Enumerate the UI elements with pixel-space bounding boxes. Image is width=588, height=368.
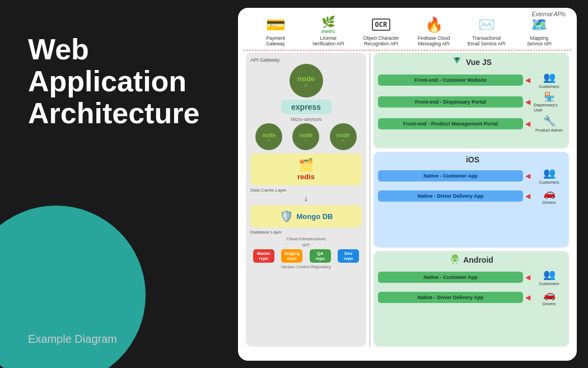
android-item-2: Native - Driver Delivery App ◀ 🚗 Drivers (378, 288, 564, 306)
vue-section-header: Vue JS (378, 56, 564, 68)
ios-item-1-box: Native - Customer App (378, 170, 523, 181)
dispensary-icon: 🏪 (544, 91, 555, 102)
git-label: GIT (250, 243, 362, 248)
data-cache-label: Data Cache Layer (250, 188, 362, 193)
diagram-panel: External APIs 💳 PaymentGateway 🌿 metrc L… (238, 8, 577, 361)
api-icons-row: 💳 PaymentGateway 🌿 metrc LicenseVerifica… (244, 13, 571, 50)
staging-repo: Stagingrepo (281, 249, 302, 263)
micro-node-1-sub: js (268, 138, 270, 142)
vue-arrow-3: ◀ (525, 120, 530, 128)
email-icon-item: ✉️ TransactionalEmail Service API (464, 16, 509, 46)
android-item-1-box: Native - Customer App (378, 272, 523, 283)
mongodb-icon: 🛡️ (279, 209, 293, 223)
ios-user-2: 🚗 Drivers (534, 187, 564, 205)
payment-icon-box: 💳 (264, 16, 287, 34)
micro-node-3-sub: js (342, 138, 344, 142)
ios-arrow-1: ◀ (525, 172, 530, 180)
micro-nodes-row: node js node js node js (250, 123, 362, 150)
example-diagram-label: Example Diagram (28, 187, 218, 346)
cloud-infra-label: Cloud Infrastructure (250, 236, 362, 241)
android-arrow-1: ◀ (525, 273, 530, 281)
top-divider-line (244, 50, 571, 50)
vue-user-3: 🔧 Product Admin (534, 115, 564, 133)
mongodb-label: Mongo DB (297, 212, 333, 221)
redis-label: redis (297, 173, 315, 181)
cache-box: 🗂️ redis (250, 153, 362, 185)
api-gateway-box: API Gateway node js express Micro-servic… (246, 53, 366, 347)
vue-item-3-box: Front-end - Product Management Portal (378, 118, 523, 129)
vue-item-1: Front-end - Customer Website ◀ 👥 Custome… (378, 71, 564, 89)
firebase-icon-box: 🔥 (423, 16, 445, 34)
database-layer-label: Database Layer (250, 230, 362, 235)
git-section: GIT Masterrepo Stagingrepo QArepo Devrep… (250, 243, 362, 269)
backend-column: API Gateway node js express Micro-servic… (246, 53, 366, 347)
api-gateway-label: API Gateway (250, 57, 362, 63)
ocr-icon-item: OCR Object CharacterRecognition API (358, 16, 403, 46)
android-logo-icon (449, 254, 460, 265)
firebase-label: Firebase CloudMessaging API (418, 35, 450, 46)
vue-section-title: Vue JS (466, 58, 492, 67)
vue-user-1: 👥 Customers (534, 71, 564, 89)
express-box: express (281, 100, 332, 114)
payment-icon: 💳 (266, 16, 286, 34)
version-control-label: Version Control Repository (250, 264, 362, 269)
map-icon-box: 🗺️ (528, 16, 550, 34)
ios-arrow-2: ◀ (525, 192, 530, 200)
ios-drivers-icon: 🚗 (543, 187, 556, 199)
map-label: MappingService API (527, 35, 552, 46)
metrc-label: LicenseVerification API (312, 35, 344, 46)
micro-node-1-text: node (262, 132, 276, 138)
qa-repo: QArepo (310, 249, 331, 263)
vue-logo-icon (451, 56, 463, 68)
node-circle-main: node js (290, 64, 323, 97)
micro-node-2-text: node (300, 132, 313, 138)
node-text-main: node (297, 74, 315, 83)
android-item-2-box: Native - Driver Delivery App (378, 292, 523, 303)
ios-section-header: iOS (378, 155, 564, 164)
android-item-1: Native - Customer App ◀ 👥 Customers (378, 268, 564, 286)
ios-item-2: Native - Driver Delivery App ◀ 🚗 Drivers (378, 187, 564, 205)
left-panel: Web Application Architecture Example Dia… (0, 0, 241, 368)
vue-item-2: Front-end - Dispensary Portal ◀ 🏪 Dispen… (378, 91, 564, 113)
android-section-title: Android (463, 255, 493, 264)
email-label: TransactionalEmail Service API (468, 35, 506, 46)
email-icon-box: ✉️ (475, 16, 498, 34)
customers-icon-1: 👥 (543, 71, 556, 83)
ios-item-1: Native - Customer App ◀ 👥 Customers (378, 167, 564, 185)
android-user-1: 👥 Customers (534, 268, 564, 286)
micro-node-3: node js (330, 123, 357, 150)
vue-arrow-2: ◀ (525, 98, 530, 106)
ios-item-2-box: Native - Driver Delivery App (378, 190, 523, 202)
payment-gateway-icon-item: 💳 PaymentGateway (253, 16, 298, 46)
dev-repo: Devrepo (338, 249, 359, 263)
vue-section: Vue JS Front-end - Customer Website ◀ 👥 … (374, 53, 569, 148)
micro-node-1: node js (255, 123, 282, 150)
vue-user-2: 🏪 Dispensary's User (534, 91, 564, 113)
map-icon-item: 🗺️ MappingService API (517, 16, 562, 46)
firebase-icon-item: 🔥 Firebase CloudMessaging API (412, 16, 456, 46)
ocr-icon-box: OCR (370, 16, 392, 34)
android-customers-icon: 👥 (543, 268, 556, 281)
node-sub-main: js (305, 83, 307, 87)
ocr-label: Object CharacterRecognition API (363, 35, 399, 46)
ocr-icon: OCR (372, 18, 391, 31)
external-apis-label: External APIs (532, 11, 566, 17)
vue-item-3: Front-end - Product Management Portal ◀ … (378, 115, 564, 133)
vertical-divider (370, 53, 370, 347)
micro-node-3-text: node (337, 132, 350, 138)
vue-item-2-box: Front-end - Dispensary Portal (378, 96, 523, 108)
micro-node-2: node js (292, 123, 319, 150)
microservices-label: Micro-services (250, 117, 362, 122)
android-user-2: 🚗 Drivers (534, 288, 564, 306)
metrc-icon: 🌿 metrc (321, 15, 335, 34)
android-arrow-2: ◀ (525, 294, 530, 301)
map-icon: 🗺️ (531, 17, 548, 32)
ios-customers-icon: 👥 (543, 167, 556, 179)
repos-row: Masterrepo Stagingrepo QArepo Devrepo (250, 249, 362, 263)
metrc-icon-item: 🌿 metrc LicenseVerification API (306, 16, 351, 46)
ios-section: iOS Native - Customer App ◀ 👥 Customers … (374, 152, 569, 248)
ios-user-1: 👥 Customers (534, 167, 564, 185)
metrc-icon-box: 🌿 metrc (317, 16, 339, 34)
down-arrow: ↓ (250, 194, 362, 203)
mongodb-box: 🛡️ Mongo DB (250, 205, 362, 227)
